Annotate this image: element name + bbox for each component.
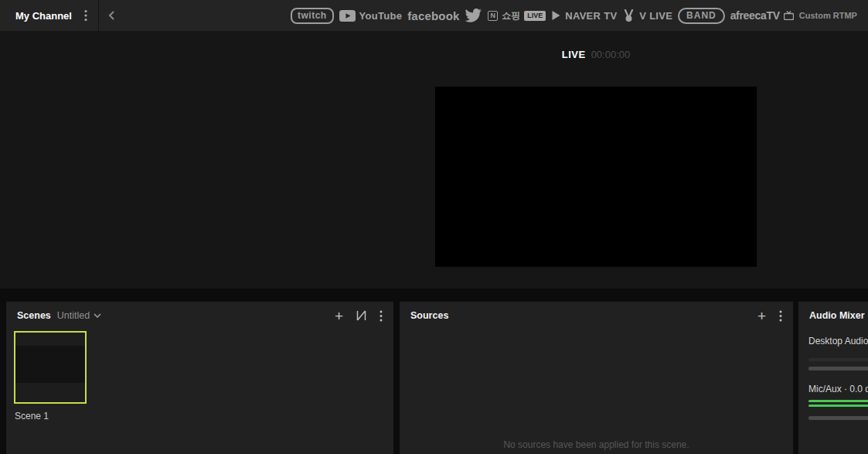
facebook-wordmark: facebook	[407, 9, 459, 22]
afreecatv-wordmark: afreecaTV	[730, 9, 780, 22]
custom-rtmp-label: Custom RTMP	[799, 11, 857, 20]
channel-title: My Channel	[15, 10, 72, 22]
add-source-button[interactable]: +	[757, 309, 766, 323]
collapse-header-button[interactable]	[107, 9, 116, 22]
shopping-live-badge: LIVE	[524, 11, 546, 21]
sources-title: Sources	[410, 310, 448, 321]
desktop-audio-meter	[808, 358, 868, 361]
mic-aux-meter-right	[808, 405, 868, 407]
scenes-header: Scenes Untitled +	[6, 302, 393, 329]
live-timer: 00:00:00	[591, 49, 631, 60]
plus-icon: +	[757, 309, 766, 323]
scenes-panel: Scenes Untitled +	[6, 302, 393, 454]
platform-shopping-live[interactable]: N 쇼핑 LIVE	[488, 9, 546, 22]
scene-thumbnail-selected[interactable]	[14, 331, 87, 404]
audio-mixer-header: Audio Mixer	[798, 302, 868, 329]
band-logo: BAND	[678, 8, 725, 24]
sources-empty-message: No sources have been applied for this sc…	[400, 439, 793, 450]
platform-band[interactable]: BAND	[678, 8, 725, 24]
youtube-wordmark: YouTube	[359, 10, 403, 22]
shopping-wordmark: 쇼핑	[502, 9, 520, 22]
naver-n-icon: N	[488, 11, 498, 21]
vlive-wordmark: V LIVE	[639, 10, 672, 22]
audio-mixer-title: Audio Mixer	[809, 310, 865, 321]
platform-facebook[interactable]: facebook	[407, 9, 459, 22]
scenes-toolbar: +	[335, 309, 383, 323]
preview-area: LIVE00:00:00	[0, 31, 868, 288]
desktop-audio-label: Desktop Audio	[808, 336, 868, 346]
sources-panel: Sources + No sources have been applied f…	[400, 302, 793, 454]
platform-twitch[interactable]: twitch	[291, 8, 334, 24]
platform-vlive[interactable]: V LIVE	[622, 9, 672, 22]
audio-mixer-panel: Audio Mixer Desktop Audio Mic/Aux · 0.0 …	[798, 302, 868, 454]
sources-toolbar: +	[757, 309, 782, 323]
sources-header: Sources +	[400, 302, 793, 329]
mic-aux-meter-left	[808, 400, 868, 402]
platform-afreecatv[interactable]: afreecaTV	[730, 9, 794, 22]
scenes-title: Scenes	[17, 310, 51, 321]
scene-name-label: Scene 1	[15, 411, 49, 422]
scene-transition-button[interactable]	[356, 310, 366, 321]
scenes-menu-button[interactable]	[380, 310, 383, 322]
kebab-menu-icon	[380, 310, 383, 322]
scene-collection-dropdown[interactable]	[94, 313, 101, 318]
kebab-menu-icon	[779, 310, 782, 322]
platform-youtube[interactable]: YouTube	[339, 10, 403, 22]
scene-collection-name: Untitled	[57, 310, 90, 321]
plus-icon: +	[335, 309, 343, 323]
platform-naver-tv[interactable]: NAVER TV	[551, 10, 617, 22]
kebab-menu-icon	[84, 9, 87, 22]
vlive-hand-icon	[622, 9, 635, 22]
transition-icon	[356, 310, 366, 321]
add-scene-button[interactable]: +	[335, 309, 343, 323]
twitter-bird-icon	[465, 9, 482, 23]
video-canvas[interactable]	[435, 87, 757, 267]
scene-thumbnail-canvas	[15, 346, 85, 383]
youtube-play-icon	[339, 10, 356, 22]
desktop-audio-volume-slider[interactable]	[808, 367, 868, 370]
tv-icon	[784, 11, 794, 20]
naver-tv-play-icon	[551, 10, 561, 21]
naver-tv-wordmark: NAVER TV	[565, 10, 617, 22]
app-window: My Channel twitch YouTube	[0, 0, 868, 454]
twitch-logo: twitch	[291, 8, 334, 24]
platform-twitter[interactable]	[465, 9, 482, 23]
mic-aux-label: Mic/Aux · 0.0 dB	[808, 384, 868, 394]
chevron-left-icon	[107, 9, 116, 22]
top-bar: My Channel twitch YouTube	[0, 0, 868, 31]
live-status: LIVE00:00:00	[435, 49, 757, 60]
live-label: LIVE	[562, 49, 586, 60]
platform-custom-rtmp[interactable]: Custom RTMP	[799, 11, 857, 20]
chevron-down-icon	[94, 313, 101, 318]
channel-menu-button[interactable]	[84, 9, 87, 22]
sources-menu-button[interactable]	[779, 310, 782, 322]
platform-bar: twitch YouTube facebook N 쇼핑 LI	[291, 0, 857, 31]
topbar-divider	[98, 0, 99, 31]
mic-aux-volume-slider[interactable]	[808, 416, 868, 420]
